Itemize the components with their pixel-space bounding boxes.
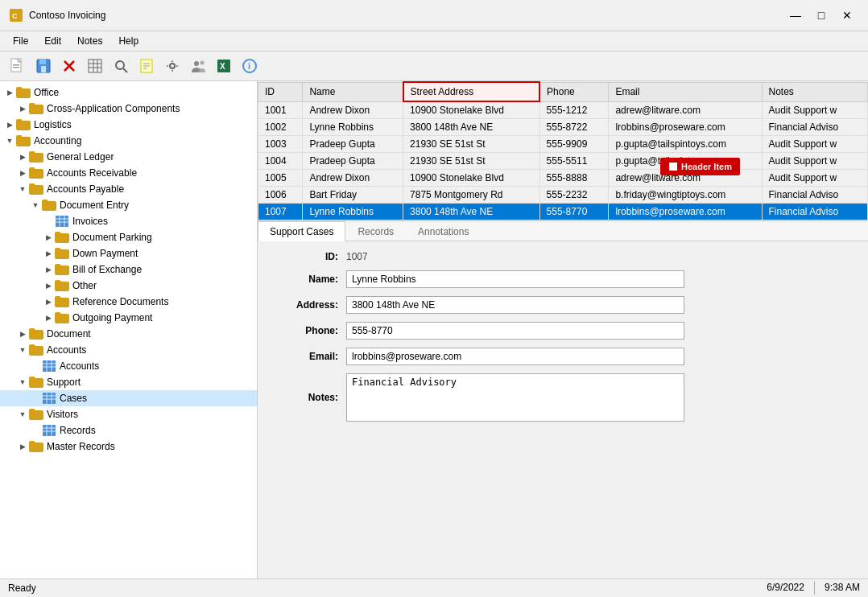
info-button[interactable]: i bbox=[238, 55, 261, 77]
sidebar-item-document-parking[interactable]: ▶Document Parking bbox=[0, 229, 257, 245]
tab-annotations[interactable]: Annotations bbox=[406, 221, 481, 241]
tree-item-label: Office bbox=[34, 87, 59, 98]
svg-text:C: C bbox=[12, 12, 18, 20]
menu-file[interactable]: File bbox=[6, 33, 35, 49]
table-row[interactable]: 1002Lynne Robbins3800 148th Ave NE555-87… bbox=[258, 119, 868, 136]
sidebar-item-general-ledger[interactable]: ▶General Ledger bbox=[0, 149, 257, 165]
tree-toggle-icon: ▶ bbox=[3, 118, 16, 131]
tree-item-label: Cases bbox=[60, 393, 87, 404]
menu-edit[interactable]: Edit bbox=[38, 33, 68, 49]
notes-textarea[interactable] bbox=[346, 373, 684, 422]
maximize-button[interactable]: □ bbox=[810, 6, 833, 24]
sidebar-item-visitors[interactable]: ▼Visitors bbox=[0, 406, 257, 422]
sidebar-item-other[interactable]: ▶Other bbox=[0, 278, 257, 294]
tab-support-cases[interactable]: Support Cases bbox=[258, 221, 345, 241]
status-separator bbox=[814, 582, 815, 595]
table-icon bbox=[42, 424, 56, 437]
close-button[interactable]: ✕ bbox=[836, 6, 858, 24]
table-button[interactable] bbox=[84, 55, 106, 77]
table-row[interactable]: 1006Bart Friday7875 Montgomery Rd555-223… bbox=[258, 187, 868, 204]
sidebar-item-accounting[interactable]: ▼Accounting bbox=[0, 133, 257, 149]
sidebar-item-records[interactable]: Records bbox=[0, 422, 257, 438]
tree-item-label: Records bbox=[60, 425, 96, 436]
sidebar-item-accounts-receivable[interactable]: ▶Accounts Receivable bbox=[0, 165, 257, 181]
name-input[interactable] bbox=[346, 270, 684, 288]
folder-icon bbox=[16, 118, 31, 131]
menu-notes[interactable]: Notes bbox=[71, 33, 109, 49]
tree-toggle-icon bbox=[29, 424, 42, 437]
excel-button[interactable]: X bbox=[213, 55, 235, 77]
table-cell: b.friday@wingtiptoys.com bbox=[609, 187, 762, 204]
table-cell: Lynne Robbins bbox=[303, 204, 403, 220]
sidebar-item-outgoing-payment[interactable]: ▶Outgoing Payment bbox=[0, 310, 257, 326]
phone-input[interactable] bbox=[346, 322, 684, 340]
table-row[interactable]: 1003Pradeep Gupta21930 SE 51st St555-990… bbox=[258, 136, 868, 153]
folder-icon bbox=[55, 311, 69, 324]
sidebar-item-support[interactable]: ▼Support bbox=[0, 374, 257, 390]
table-cell: 21930 SE 51st St bbox=[403, 136, 540, 153]
minimize-button[interactable]: — bbox=[784, 6, 807, 24]
svg-text:X: X bbox=[220, 62, 225, 71]
svg-point-21 bbox=[170, 64, 175, 68]
grid-header-name[interactable]: Name bbox=[303, 82, 403, 101]
sidebar-item-document[interactable]: ▶Document bbox=[0, 326, 257, 342]
menu-help[interactable]: Help bbox=[112, 33, 145, 49]
grid-header-phone[interactable]: Phone bbox=[539, 82, 609, 101]
sidebar-item-invoices[interactable]: Invoices bbox=[0, 213, 257, 229]
table-cell: 555-8770 bbox=[539, 204, 609, 220]
users-button[interactable] bbox=[187, 55, 209, 77]
sidebar-item-accounts-payable[interactable]: ▼Accounts Payable bbox=[0, 181, 257, 197]
table-row[interactable]: 1005Andrew Dixon10900 Stonelake Blvd555-… bbox=[258, 170, 868, 187]
sidebar-item-cross-app[interactable]: ▶Cross-Application Components bbox=[0, 101, 257, 117]
sidebar-item-reference-documents[interactable]: ▶Reference Documents bbox=[0, 294, 257, 310]
sidebar-item-accounts[interactable]: ▼Accounts bbox=[0, 342, 257, 358]
tree-item-label: Accounts Payable bbox=[47, 183, 124, 195]
tab-records[interactable]: Records bbox=[345, 221, 406, 241]
menu-bar: File Edit Notes Help bbox=[0, 31, 868, 51]
tabs-bar: Support CasesRecordsAnnotations bbox=[258, 221, 868, 241]
svg-line-16 bbox=[123, 68, 127, 72]
table-cell: 3800 148th Ave NE bbox=[403, 204, 540, 220]
table-cell: 1001 bbox=[258, 101, 303, 119]
table-row[interactable]: 1001Andrew Dixon10900 Stonelake Blvd555-… bbox=[258, 101, 868, 119]
save-button[interactable] bbox=[32, 55, 55, 77]
grid-header-notes[interactable]: Notes bbox=[762, 82, 868, 101]
sidebar-item-office[interactable]: ▶Office bbox=[0, 84, 257, 101]
tree-toggle-icon: ▶ bbox=[16, 102, 29, 115]
delete-button[interactable] bbox=[58, 55, 81, 77]
settings-button[interactable] bbox=[161, 55, 184, 77]
sidebar-item-logistics[interactable]: ▶Logistics bbox=[0, 117, 257, 133]
grid-header-id[interactable]: ID bbox=[258, 82, 303, 101]
sidebar-item-accounts-table[interactable]: Accounts bbox=[0, 358, 257, 374]
sidebar-item-bill-of-exchange[interactable]: ▶Bill of Exchange bbox=[0, 261, 257, 278]
grid-scroll[interactable]: IDNameStreet AddressPhoneEmailNotes1001A… bbox=[258, 81, 868, 220]
table-row[interactable]: 1004Pradeep Gupta21930 SE 51st St555-551… bbox=[258, 153, 868, 170]
status-text: Ready bbox=[8, 583, 36, 594]
sidebar-item-document-entry[interactable]: ▼Document Entry bbox=[0, 197, 257, 213]
note-button[interactable] bbox=[135, 55, 158, 77]
address-input[interactable] bbox=[346, 296, 684, 314]
sidebar-item-cases[interactable]: Cases bbox=[0, 390, 257, 406]
table-cell: 555-8722 bbox=[539, 119, 609, 136]
folder-icon bbox=[29, 327, 43, 340]
table-cell: Pradeep Gupta bbox=[303, 136, 403, 153]
email-input[interactable] bbox=[346, 348, 684, 365]
sidebar-item-master-records[interactable]: ▶Master Records bbox=[0, 438, 257, 455]
sidebar-item-down-payment[interactable]: ▶Down Payment bbox=[0, 245, 257, 261]
badge-icon bbox=[668, 162, 678, 171]
status-bar: Ready 6/9/2022 9:38 AM bbox=[0, 578, 868, 597]
grid-header-email[interactable]: Email bbox=[609, 82, 762, 101]
folder-icon bbox=[55, 231, 69, 244]
tree-toggle-icon: ▼ bbox=[29, 199, 42, 212]
table-row[interactable]: 1007Lynne Robbins3800 148th Ave NE555-87… bbox=[258, 204, 868, 220]
folder-icon bbox=[29, 440, 43, 453]
tree-toggle-icon: ▼ bbox=[16, 183, 29, 196]
tree-toggle-icon: ▼ bbox=[3, 134, 16, 147]
tree-item-label: Accounts bbox=[60, 360, 99, 372]
grid-header-street-address[interactable]: Street Address bbox=[403, 82, 540, 101]
tree-toggle-icon: ▶ bbox=[42, 263, 55, 276]
svg-rect-4 bbox=[13, 67, 19, 68]
svg-point-15 bbox=[116, 61, 124, 69]
search-button[interactable] bbox=[110, 55, 132, 77]
new-button[interactable] bbox=[6, 55, 29, 77]
